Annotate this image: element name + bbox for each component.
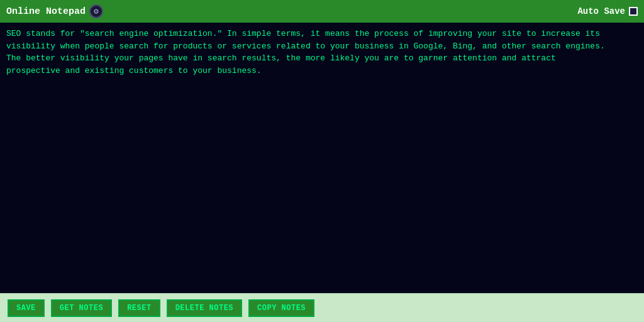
get-notes-button[interactable]: GET NOTES	[51, 299, 112, 317]
auto-save-label: Auto Save	[577, 6, 625, 16]
auto-save-area: Auto Save	[577, 6, 638, 16]
editor-content[interactable]: SEO stands for "search engine optimizati…	[6, 28, 638, 288]
delete-notes-button[interactable]: DELETE NOTES	[167, 299, 242, 317]
reset-button[interactable]: RESET	[118, 299, 160, 317]
app-title: Online Notepad	[6, 6, 86, 17]
gear-icon: ⚙	[94, 8, 99, 16]
header-left: Online Notepad ⚙	[6, 4, 103, 18]
editor-area[interactable]: SEO stands for "search engine optimizati…	[0, 23, 644, 293]
settings-icon[interactable]: ⚙	[89, 4, 103, 18]
header: Online Notepad ⚙ Auto Save	[0, 0, 644, 23]
copy-notes-button[interactable]: COPY NOTES	[248, 299, 314, 317]
auto-save-icon[interactable]	[629, 7, 638, 16]
footer: SAVE GET NOTES RESET DELETE NOTES COPY N…	[0, 293, 644, 322]
save-button[interactable]: SAVE	[8, 299, 45, 317]
